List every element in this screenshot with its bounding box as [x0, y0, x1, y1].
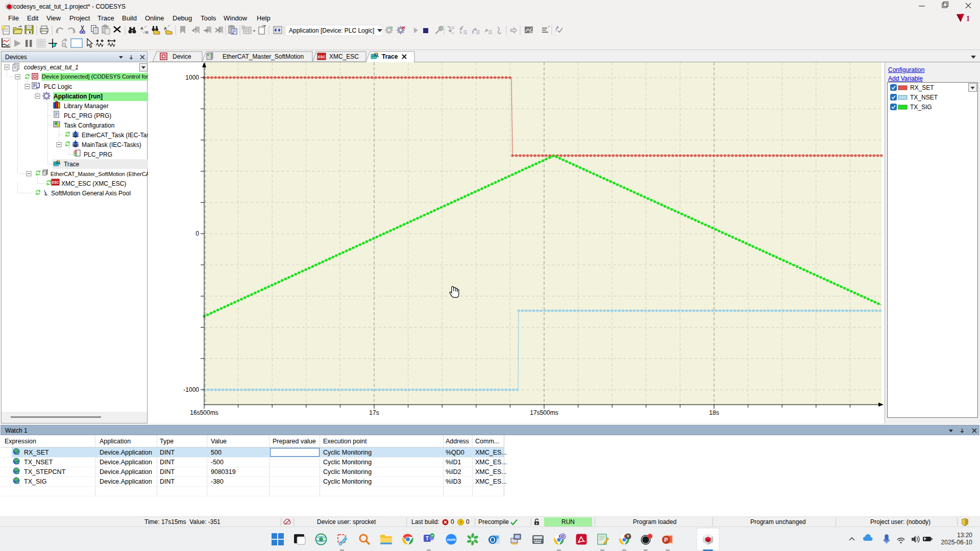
- svg-text:EtherCAT_Master_SoftMotion: EtherCAT_Master_SoftMotion: [223, 53, 304, 60]
- svg-text:XMC_ESC: XMC_ESC: [329, 53, 359, 60]
- svg-text:-1000: -1000: [183, 386, 199, 393]
- svg-text:0: 0: [195, 230, 199, 237]
- svg-text:T: T: [426, 536, 429, 541]
- svg-text:1000: 1000: [185, 74, 199, 81]
- svg-text:A: A: [140, 26, 143, 31]
- svg-text:18s: 18s: [709, 409, 719, 416]
- svg-text:zoom: zoom: [447, 538, 456, 541]
- svg-text:?: ?: [459, 520, 462, 525]
- svg-text:16s500ms: 16s500ms: [190, 409, 218, 416]
- svg-text:Application [Device: PLC Logic: Application [Device: PLC Logic]: [289, 27, 374, 34]
- svg-text:Trace: Trace: [382, 53, 398, 60]
- svg-text:B: B: [145, 30, 149, 35]
- svg-text:13:20: 13:20: [957, 532, 972, 539]
- svg-text:ESC: ESC: [318, 55, 325, 59]
- svg-text:17s500ms: 17s500ms: [530, 409, 558, 416]
- svg-text:2025-06-10: 2025-06-10: [941, 539, 973, 546]
- svg-text:TX_SIG: TX_SIG: [910, 104, 932, 111]
- svg-text:RX_SET: RX_SET: [910, 84, 934, 91]
- svg-text:Device: Device: [173, 53, 191, 60]
- svg-text:17s: 17s: [369, 409, 379, 416]
- svg-text:1: 1: [966, 15, 970, 22]
- svg-text:ESC: ESC: [52, 181, 59, 184]
- svg-text:A: A: [164, 26, 167, 31]
- svg-text:TX_NSET: TX_NSET: [910, 94, 938, 101]
- svg-text:P: P: [664, 537, 668, 543]
